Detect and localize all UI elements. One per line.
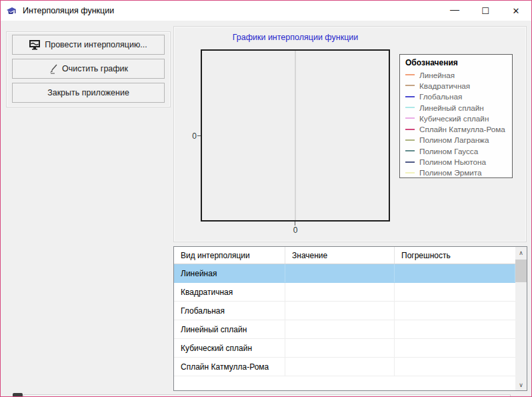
cell-interpolation-type: Линейная: [174, 264, 285, 282]
y-axis-tick: [197, 135, 201, 136]
close-app-button[interactable]: Закрыть приложение: [12, 83, 165, 103]
legend-item-label: Полином Лагранжа: [419, 135, 489, 144]
table-scrollbar[interactable]: ∧ ∨: [515, 247, 527, 390]
column-header-value[interactable]: Значение: [285, 247, 395, 264]
clear-chart-button[interactable]: Очистить график: [12, 59, 165, 79]
cutoff-panel-fragment: [23, 394, 511, 397]
legend-item: Кубический сплайн: [405, 113, 512, 123]
legend-item-label: Линейный сплайн: [419, 103, 484, 112]
legend-item: Полином Ньютона: [405, 156, 512, 167]
brush-icon: [49, 64, 58, 74]
legend-line-swatch: [405, 96, 415, 97]
column-header-interpolation-type[interactable]: Вид интерполяции: [174, 247, 285, 264]
legend-line-swatch: [405, 85, 415, 86]
cell-value: [285, 339, 395, 357]
legend-item: Сплайн Катмулла-Рома: [405, 123, 512, 134]
clear-chart-label: Очистить график: [62, 64, 128, 73]
cell-value: [285, 358, 395, 376]
cell-interpolation-type: Сплайн Катмулла-Рома: [174, 358, 285, 376]
minimize-button[interactable]: —: [439, 1, 470, 21]
chart-title: Графики интерполяции функции: [201, 33, 390, 42]
table-row[interactable]: Квадратичная: [174, 283, 527, 302]
legend-item-label: Квадратичная: [419, 81, 470, 90]
legend-item-label: Кубический сплайн: [419, 114, 489, 123]
table-row[interactable]: Глобальная: [174, 302, 527, 320]
cell-interpolation-type: Кубический сплайн: [174, 339, 285, 357]
legend-item: Полином Лагранжа: [405, 135, 512, 145]
table-row[interactable]: Кубический сплайн: [174, 339, 527, 358]
table-rows: Линейная Квадратичная Глобальная: [174, 264, 527, 376]
cell-error: [395, 302, 515, 320]
app-window: Интерполяция функции — ☐ ✕ Провести инте…: [0, 0, 532, 397]
chart-legend: Обозначения Линейная Квадратичная Глобал…: [399, 54, 513, 178]
scrollbar-thumb[interactable]: [515, 260, 527, 282]
legend-line-swatch: [405, 161, 415, 163]
title-bar: Интерполяция функции — ☐ ✕: [1, 1, 531, 21]
cell-value: [285, 302, 395, 320]
cell-error: [395, 283, 515, 301]
zero-gridline: [295, 51, 296, 220]
cell-interpolation-type: Квадратичная: [174, 283, 285, 301]
legend-line-swatch: [405, 107, 415, 108]
legend-line-swatch: [405, 74, 415, 75]
scroll-down-icon[interactable]: ∨: [515, 379, 527, 390]
cell-error: [395, 264, 515, 282]
app-icon: [6, 6, 17, 16]
legend-line-swatch: [405, 172, 415, 173]
table-row[interactable]: Линейный сплайн: [174, 320, 527, 339]
close-button[interactable]: ✕: [501, 1, 531, 21]
legend-item-label: Полином Ньютона: [419, 157, 486, 166]
legend-title: Обозначения: [405, 58, 512, 67]
cell-error: [395, 358, 515, 376]
legend-item: Линейный сплайн: [405, 102, 512, 113]
cutoff-icon-fragment: [13, 393, 23, 397]
plot-area[interactable]: [201, 49, 390, 222]
legend-item: Полином Гаусса: [405, 145, 512, 156]
scroll-up-icon[interactable]: ∧: [515, 247, 527, 258]
window-controls: — ☐ ✕: [439, 1, 531, 21]
legend-item-label: Полином Эрмита: [419, 168, 481, 177]
maximize-button[interactable]: ☐: [470, 1, 501, 21]
column-header-error[interactable]: Погрешность: [395, 247, 515, 264]
legend-line-swatch: [405, 139, 415, 141]
cell-interpolation-type: Линейный сплайн: [174, 320, 285, 338]
table-header: Вид интерполяции Значение Погрешность: [174, 247, 527, 264]
y-axis-tick-label: 0: [182, 131, 197, 141]
results-table: Вид интерполяции Значение Погрешность Ли…: [173, 246, 527, 391]
legend-line-swatch: [405, 150, 415, 151]
legend-line-swatch: [405, 129, 415, 130]
run-interpolation-label: Провести интерполяцию...: [45, 40, 147, 49]
legend-item-label: Полином Гаусса: [419, 147, 478, 155]
legend-item: Квадратичная: [405, 80, 512, 91]
cell-interpolation-type: Глобальная: [174, 302, 285, 320]
table-row[interactable]: Сплайн Катмулла-Рома: [174, 358, 527, 376]
cell-value: [285, 320, 395, 338]
legend-item: Линейная: [405, 69, 512, 80]
close-app-label: Закрыть приложение: [47, 88, 129, 97]
cell-value: [285, 264, 395, 282]
legend-item-label: Линейная: [419, 71, 455, 79]
monitor-icon: [29, 40, 41, 50]
legend-item: Глобальная: [405, 91, 512, 102]
x-axis-tick-label: 0: [287, 226, 303, 235]
legend-item-label: Глобальная: [419, 92, 462, 101]
legend-items: Линейная Квадратичная Глобальная Линейны…: [405, 69, 512, 178]
table-row[interactable]: Линейная: [174, 264, 527, 283]
cell-error: [395, 320, 515, 338]
legend-item-label: Сплайн Катмулла-Рома: [419, 125, 505, 133]
cell-error: [395, 339, 515, 357]
cell-value: [285, 283, 395, 301]
run-interpolation-button[interactable]: Провести интерполяцию...: [12, 35, 165, 55]
window-title: Интерполяция функции: [23, 6, 114, 15]
legend-item: Полином Эрмита: [405, 167, 512, 178]
legend-line-swatch: [405, 117, 415, 119]
